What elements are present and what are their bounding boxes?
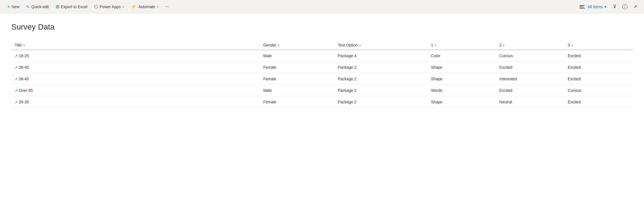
- row-link-icon: ↗: [15, 77, 18, 81]
- quick-edit-label: Quick edit: [31, 5, 49, 9]
- automate-icon: ⚡: [131, 4, 137, 9]
- toolbar-left: + New ✎ Quick edit ⊞ Export to Excel ⬡ P…: [4, 2, 577, 11]
- export-label: Export to Excel: [61, 5, 87, 9]
- col-gender-sort-icon: ∨: [277, 44, 279, 47]
- title-value: 18-25: [19, 54, 29, 58]
- title-value: 26-35: [19, 100, 29, 104]
- row-link-icon: ↗: [15, 65, 18, 70]
- filter-button[interactable]: ⊽: [610, 2, 619, 11]
- cell-test-option: Package 2: [335, 62, 428, 73]
- cell-col2: Curious: [496, 50, 564, 62]
- data-table: Title ∨ Gender ∨ Test Option ∨: [11, 41, 633, 108]
- cell-col2: Excited: [496, 62, 564, 73]
- col-1-sort-icon: ∨: [434, 44, 436, 47]
- title-value: Over 65: [19, 88, 33, 93]
- table-row[interactable]: ↗36-45FemalePackage 2ShapeInterestedExci…: [11, 73, 633, 85]
- cell-col3: Excited: [564, 62, 633, 73]
- col-title-sort-icon: ∨: [23, 44, 25, 47]
- automate-label: Automate: [138, 5, 155, 9]
- col-2-label: 2: [500, 43, 502, 47]
- col-header-1[interactable]: 1 ∨: [428, 41, 496, 50]
- cell-title: ↗36-45: [11, 73, 260, 85]
- cell-col2: Excited: [496, 85, 564, 96]
- col-3-label: 3: [568, 43, 570, 47]
- col-gender-label: Gender: [263, 43, 276, 47]
- cell-col3: Excited: [564, 96, 633, 108]
- col-3-sort-icon: ∨: [571, 44, 573, 47]
- info-button[interactable]: i: [620, 2, 629, 11]
- view-label: All Items: [587, 5, 603, 9]
- automate-button[interactable]: ⚡ Automate ∨: [128, 2, 162, 11]
- title-value: 36-45: [19, 77, 29, 81]
- col-test-option-sort-icon: ∨: [359, 44, 361, 47]
- cell-col2: Interested: [496, 73, 564, 85]
- col-test-option-label: Test Option: [338, 43, 358, 47]
- cell-gender: Female: [260, 96, 334, 108]
- cell-col2: Neutral: [496, 96, 564, 108]
- row-link-icon: ↗: [15, 54, 18, 58]
- view-lines-icon: [580, 5, 585, 8]
- cell-col1: Shape: [428, 62, 496, 73]
- cell-test-option: Package 2: [335, 96, 428, 108]
- cell-col1: Shape: [428, 96, 496, 108]
- new-button[interactable]: + New: [4, 3, 22, 11]
- power-apps-icon: ⬡: [94, 4, 98, 9]
- view-selector-button[interactable]: All Items ▾: [577, 3, 609, 11]
- cell-title: ↗Over 65: [11, 85, 260, 96]
- power-apps-chevron-icon: ∨: [122, 5, 124, 8]
- cell-col3: Curious: [564, 85, 633, 96]
- table-row[interactable]: ↗26-35FemalePackage 2ShapeNeutralExcited: [11, 96, 633, 108]
- col-header-3[interactable]: 3 ∨: [564, 41, 633, 50]
- table-row[interactable]: ↗36-45FemalePackage 2ShapeExcitedExcited: [11, 62, 633, 73]
- info-icon: i: [622, 4, 627, 9]
- col-2-sort-icon: ∨: [503, 44, 505, 47]
- cell-col1: Words: [428, 85, 496, 96]
- cell-test-option: Package 2: [335, 73, 428, 85]
- cell-title: ↗26-35: [11, 96, 260, 108]
- cell-gender: Male: [260, 50, 334, 62]
- header-row: Title ∨ Gender ∨ Test Option ∨: [11, 41, 633, 50]
- expand-icon: ↗: [633, 4, 637, 9]
- view-chevron-icon: ▾: [604, 5, 606, 9]
- cell-col3: Excited: [564, 73, 633, 85]
- power-apps-button[interactable]: ⬡ Power Apps ∨: [91, 2, 127, 11]
- col-header-2[interactable]: 2 ∨: [496, 41, 564, 50]
- toolbar-right: All Items ▾ ⊽ i ↗: [577, 2, 640, 11]
- toolbar: + New ✎ Quick edit ⊞ Export to Excel ⬡ P…: [0, 0, 644, 14]
- table-row[interactable]: ↗18-25MalePackage 4ColorCuriousExcited: [11, 50, 633, 62]
- export-to-excel-button[interactable]: ⊞ Export to Excel: [53, 2, 90, 11]
- new-label: New: [12, 5, 19, 9]
- cell-title: ↗18-25: [11, 50, 260, 62]
- title-value: 36-45: [19, 65, 29, 70]
- cell-test-option: Package 2: [335, 85, 428, 96]
- row-link-icon: ↗: [15, 88, 18, 93]
- quick-edit-icon: ✎: [26, 5, 30, 9]
- more-button[interactable]: ···: [163, 3, 171, 11]
- table-row[interactable]: ↗Over 65MalePackage 2WordsExcitedCurious: [11, 85, 633, 96]
- col-header-gender[interactable]: Gender ∨: [260, 41, 334, 50]
- cell-gender: Female: [260, 62, 334, 73]
- power-apps-label: Power Apps: [100, 5, 121, 9]
- quick-edit-button[interactable]: ✎ Quick edit: [23, 3, 51, 11]
- table-body: ↗18-25MalePackage 4ColorCuriousExcited↗3…: [11, 50, 633, 108]
- table-header: Title ∨ Gender ∨ Test Option ∨: [11, 41, 633, 50]
- col-title-label: Title: [15, 43, 22, 47]
- col-header-title[interactable]: Title ∨: [11, 41, 260, 50]
- export-icon: ⊞: [56, 4, 59, 9]
- col-header-test-option[interactable]: Test Option ∨: [335, 41, 428, 50]
- main-content: Survey Data Title ∨ Gender ∨: [0, 14, 644, 222]
- cell-gender: Female: [260, 73, 334, 85]
- cell-test-option: Package 4: [335, 50, 428, 62]
- new-icon: +: [7, 4, 10, 9]
- cell-title: ↗36-45: [11, 62, 260, 73]
- page-title: Survey Data: [11, 23, 633, 32]
- cell-col1: Shape: [428, 73, 496, 85]
- expand-button[interactable]: ↗: [631, 2, 640, 11]
- row-link-icon: ↗: [15, 100, 18, 104]
- cell-col3: Excited: [564, 50, 633, 62]
- automate-chevron-icon: ∨: [157, 5, 159, 8]
- filter-icon: ⊽: [613, 4, 616, 9]
- col-1-label: 1: [431, 43, 433, 47]
- more-icon: ···: [165, 4, 169, 9]
- cell-col1: Color: [428, 50, 496, 62]
